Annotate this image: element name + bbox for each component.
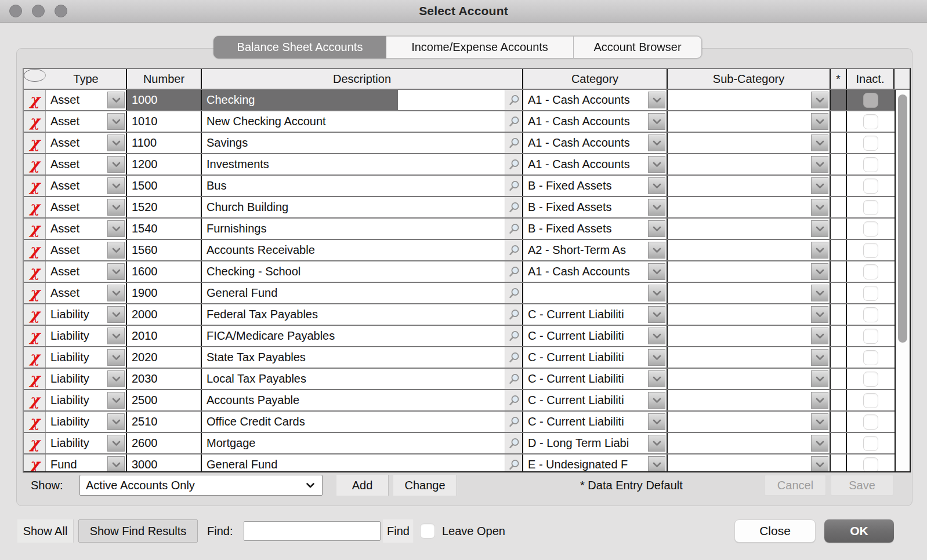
- type-select[interactable]: Liability: [46, 326, 127, 346]
- type-dropdown-button[interactable]: [107, 413, 125, 430]
- delete-row-button[interactable]: χ: [24, 304, 46, 325]
- type-select[interactable]: Asset: [46, 261, 127, 282]
- subcategory-select[interactable]: [668, 454, 831, 471]
- subcategory-dropdown-button[interactable]: [811, 306, 828, 323]
- delete-row-button[interactable]: χ: [24, 111, 46, 132]
- type-dropdown-button[interactable]: [107, 435, 125, 452]
- subcategory-select[interactable]: [668, 111, 831, 132]
- delete-row-button[interactable]: χ: [24, 433, 46, 453]
- delete-row-button[interactable]: χ: [24, 347, 46, 368]
- category-select[interactable]: C - Current Liabiliti: [523, 304, 668, 325]
- subcategory-select[interactable]: [668, 304, 831, 325]
- subcategory-dropdown-button[interactable]: [811, 435, 828, 452]
- inactive-checkbox[interactable]: [863, 200, 878, 215]
- change-button[interactable]: Change: [393, 475, 457, 496]
- description-field[interactable]: Checking: [202, 90, 523, 110]
- type-select[interactable]: Asset: [46, 240, 127, 260]
- type-dropdown-button[interactable]: [107, 306, 125, 323]
- delete-row-button[interactable]: χ: [24, 197, 46, 217]
- inactive-checkbox[interactable]: [863, 393, 878, 408]
- subcategory-select[interactable]: [668, 90, 831, 110]
- category-select[interactable]: C - Current Liabiliti: [523, 390, 668, 410]
- show-filter-select[interactable]: Active Accounts Only: [79, 475, 323, 496]
- close-button[interactable]: Close: [734, 519, 816, 543]
- description-field[interactable]: Office Credit Cards: [202, 412, 523, 432]
- subcategory-select[interactable]: [668, 326, 831, 346]
- category-select[interactable]: E - Undesignated F: [523, 454, 668, 471]
- type-dropdown-button[interactable]: [107, 156, 125, 173]
- category-dropdown-button[interactable]: [648, 92, 665, 108]
- category-select[interactable]: B - Fixed Assets: [523, 219, 668, 239]
- subcategory-select[interactable]: [668, 197, 831, 217]
- account-number-field[interactable]: 1100: [127, 133, 202, 153]
- delete-row-button[interactable]: χ: [24, 176, 46, 196]
- description-lookup-button[interactable]: [505, 261, 522, 282]
- delete-row-button[interactable]: χ: [24, 326, 46, 346]
- category-select[interactable]: [523, 283, 668, 303]
- subcategory-dropdown-button[interactable]: [811, 392, 828, 409]
- description-field[interactable]: New Checking Account: [202, 111, 523, 132]
- description-field[interactable]: Savings: [202, 133, 523, 153]
- description-lookup-button[interactable]: [505, 197, 522, 217]
- subcategory-select[interactable]: [668, 219, 831, 239]
- delete-row-button[interactable]: χ: [24, 219, 46, 239]
- account-number-field[interactable]: 1520: [127, 197, 202, 217]
- description-lookup-button[interactable]: [505, 240, 522, 260]
- account-number-field[interactable]: 2500: [127, 390, 202, 410]
- account-number-field[interactable]: 1000: [127, 90, 202, 110]
- category-dropdown-button[interactable]: [648, 263, 665, 280]
- type-select[interactable]: Liability: [46, 433, 127, 453]
- inactive-checkbox[interactable]: [863, 329, 878, 344]
- description-lookup-button[interactable]: [505, 90, 522, 110]
- description-lookup-button[interactable]: [505, 176, 522, 196]
- subcategory-dropdown-button[interactable]: [811, 199, 828, 216]
- type-dropdown-button[interactable]: [107, 113, 125, 130]
- type-select[interactable]: Asset: [46, 197, 127, 217]
- description-lookup-button[interactable]: [505, 326, 522, 346]
- category-select[interactable]: C - Current Liabiliti: [523, 412, 668, 432]
- type-dropdown-button[interactable]: [107, 92, 125, 108]
- subcategory-dropdown-button[interactable]: [811, 92, 828, 108]
- description-lookup-button[interactable]: [505, 154, 522, 174]
- subcategory-dropdown-button[interactable]: [811, 263, 828, 280]
- type-select[interactable]: Asset: [46, 90, 127, 110]
- type-dropdown-button[interactable]: [107, 328, 125, 344]
- cancel-button[interactable]: Cancel: [765, 475, 826, 496]
- type-select[interactable]: Asset: [46, 154, 127, 174]
- category-select[interactable]: B - Fixed Assets: [523, 176, 668, 196]
- zoom-window-icon[interactable]: [55, 5, 67, 17]
- category-select[interactable]: D - Long Term Liabi: [523, 433, 668, 453]
- type-select[interactable]: Asset: [46, 176, 127, 196]
- subcategory-dropdown-button[interactable]: [811, 156, 828, 173]
- inactive-checkbox[interactable]: [863, 114, 878, 129]
- subcategory-dropdown-button[interactable]: [811, 328, 828, 344]
- tab-account-browser[interactable]: Account Browser: [574, 36, 702, 59]
- delete-row-button[interactable]: χ: [24, 154, 46, 174]
- category-dropdown-button[interactable]: [648, 435, 665, 452]
- description-field[interactable]: Investments: [202, 154, 523, 174]
- type-select[interactable]: Liability: [46, 304, 127, 325]
- inactive-checkbox[interactable]: [863, 307, 878, 322]
- description-lookup-button[interactable]: [505, 304, 522, 325]
- account-number-field[interactable]: 2030: [127, 369, 202, 389]
- account-number-field[interactable]: 1010: [127, 111, 202, 132]
- description-lookup-button[interactable]: [505, 283, 522, 303]
- category-dropdown-button[interactable]: [648, 156, 665, 173]
- subcategory-dropdown-button[interactable]: [811, 177, 828, 194]
- show-find-results-button[interactable]: Show Find Results: [78, 519, 198, 543]
- subcategory-dropdown-button[interactable]: [811, 113, 828, 130]
- inactive-checkbox[interactable]: [863, 157, 878, 172]
- category-select[interactable]: C - Current Liabiliti: [523, 369, 668, 389]
- inactive-checkbox[interactable]: [863, 179, 878, 194]
- description-lookup-button[interactable]: [505, 219, 522, 239]
- subcategory-dropdown-button[interactable]: [811, 134, 828, 151]
- description-lookup-button[interactable]: [505, 133, 522, 153]
- inactive-checkbox[interactable]: [863, 350, 878, 365]
- type-select[interactable]: Asset: [46, 133, 127, 153]
- account-number-field[interactable]: 2510: [127, 412, 202, 432]
- inactive-checkbox[interactable]: [863, 93, 878, 108]
- find-input[interactable]: [244, 521, 381, 541]
- description-lookup-button[interactable]: [505, 412, 522, 432]
- inactive-checkbox[interactable]: [863, 436, 878, 451]
- description-lookup-button[interactable]: [505, 454, 522, 471]
